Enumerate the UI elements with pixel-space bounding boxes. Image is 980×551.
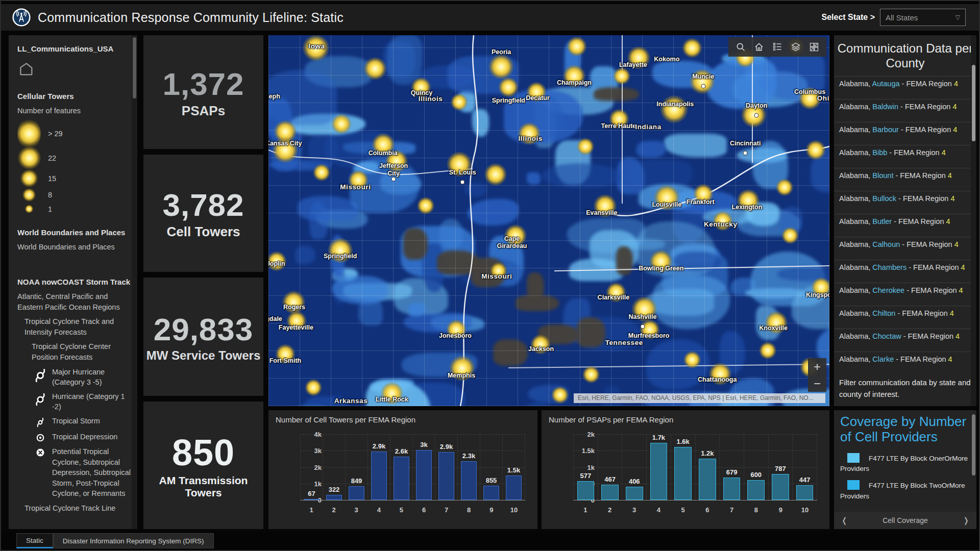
bar[interactable] bbox=[506, 475, 522, 500]
tower-dot-icon bbox=[20, 169, 38, 187]
coverage-scrollbar-thumb[interactable] bbox=[972, 414, 975, 475]
county-row[interactable]: Alabama, Baldwin - FEMA Region 4 bbox=[834, 99, 976, 122]
legend-sidebar[interactable]: LL_Communications_USACellular TowersNumb… bbox=[9, 35, 137, 529]
county-row[interactable]: Alabama, Barbour - FEMA Region 4 bbox=[834, 122, 976, 145]
layers-tool-button[interactable] bbox=[787, 37, 805, 57]
chart-plot[interactable]: 05001k1.5k2k5774674061.7k1.6k1.2k6796007… bbox=[549, 426, 822, 514]
county-row[interactable]: Alabama, Blount - FEMA Region 4 bbox=[834, 168, 976, 191]
fema-region-number: 4 bbox=[959, 286, 963, 294]
county-middle: - FEMA Region bbox=[904, 286, 959, 294]
cell-tower-cluster-dot[interactable] bbox=[776, 179, 793, 196]
state-dropdown[interactable]: All States ▽ bbox=[880, 9, 966, 26]
basemap-tool-button[interactable] bbox=[805, 37, 823, 57]
stat-card-cell-towers: 3,782 Cell Towers bbox=[143, 155, 263, 272]
cell-tower-cluster-dot[interactable] bbox=[660, 95, 688, 123]
county-name: Cherokee bbox=[872, 286, 904, 294]
sidebar-scrollbar-thumb[interactable] bbox=[133, 37, 136, 98]
cell-tower-cluster-dot[interactable] bbox=[577, 138, 594, 155]
cell-tower-cluster-dot[interactable] bbox=[613, 67, 630, 85]
county-scrollbar-thumb[interactable] bbox=[972, 65, 975, 141]
bar[interactable] bbox=[326, 495, 342, 500]
tab-disaster-information-reporting-system-dirs[interactable]: Disaster Information Reporting System (D… bbox=[53, 533, 214, 548]
cell-tower-cluster-dot[interactable] bbox=[484, 163, 507, 186]
fema-region-number: 4 bbox=[948, 355, 952, 363]
legend-tool-button[interactable] bbox=[768, 37, 787, 57]
pager-prev-icon[interactable]: ❬ bbox=[841, 516, 848, 525]
pager-next-icon[interactable]: ❭ bbox=[963, 516, 969, 525]
cell-tower-cluster-dot[interactable] bbox=[682, 38, 702, 58]
bar-column: 679 bbox=[719, 434, 744, 500]
cell-tower-cluster-dot[interactable] bbox=[781, 227, 799, 244]
bar[interactable] bbox=[416, 450, 432, 500]
county-row[interactable]: Alabama, Clarke - FEMA Region 4 bbox=[834, 352, 976, 374]
county-row[interactable]: Alabama, Chilton - FEMA Region 4 bbox=[834, 306, 976, 329]
state-label: Indiana bbox=[635, 123, 661, 131]
bar-column: 1.5k bbox=[502, 434, 525, 500]
cell-tower-cluster-dot[interactable] bbox=[759, 342, 776, 359]
county-row[interactable]: Alabama, Bibb - FEMA Region 4 bbox=[834, 145, 976, 168]
bar[interactable] bbox=[626, 487, 643, 500]
county-row[interactable]: Alabama, Calhoun - FEMA Region 4 bbox=[834, 237, 976, 260]
county-middle: - FEMA Region bbox=[900, 80, 954, 88]
zoom-in-button[interactable]: + bbox=[808, 358, 826, 375]
cell-tower-cluster-dot[interactable] bbox=[805, 140, 825, 160]
home-tool-button[interactable] bbox=[750, 37, 768, 57]
potential-cyclone-icon bbox=[35, 447, 45, 458]
coverage-legend-item: F477 LTE By Block TwoOrMore Providers bbox=[840, 480, 970, 502]
map[interactable]: PeoriaKokomoLafayetteMuncieChampaignQuin… bbox=[268, 35, 829, 406]
bar[interactable] bbox=[796, 485, 814, 500]
cell-tower-cluster-dot[interactable] bbox=[305, 379, 322, 396]
city-label: Springfield bbox=[492, 97, 525, 104]
bar-value-label: 787 bbox=[775, 465, 786, 472]
county-scrollbar-track[interactable] bbox=[971, 35, 976, 406]
legend-symbol-label: Potential Tropical Cyclone, Subtropical … bbox=[52, 446, 134, 499]
x-axis-label: 9 bbox=[480, 506, 503, 514]
bar-column: 2.9k bbox=[435, 434, 457, 500]
cell-tower-cluster-dot[interactable] bbox=[582, 366, 600, 383]
zoom-out-button[interactable]: − bbox=[808, 375, 826, 392]
county-row[interactable]: Alabama, Bullock - FEMA Region 4 bbox=[834, 191, 976, 214]
chart-plot[interactable]: 01k2k3k4k673228492.9k2.6k3k2.9k2.3k8551.… bbox=[276, 426, 530, 514]
bar[interactable] bbox=[772, 474, 789, 500]
cell-tower-cluster-dot[interactable] bbox=[552, 386, 569, 404]
city-label: Lexington bbox=[732, 203, 763, 210]
legend-size-label: > 29 bbox=[48, 130, 63, 138]
bar[interactable] bbox=[304, 499, 320, 500]
bar[interactable] bbox=[723, 478, 741, 500]
county-row[interactable]: Alabama, Cherokee - FEMA Region 4 bbox=[834, 283, 976, 306]
cell-tower-cluster-dot[interactable] bbox=[313, 164, 330, 181]
bar-value-label: 577 bbox=[580, 472, 591, 480]
tropical-depression-icon bbox=[35, 433, 45, 443]
county-row[interactable]: Alabama, Choctaw - FEMA Region 4 bbox=[834, 329, 976, 352]
cell-tower-cluster-dot[interactable] bbox=[364, 57, 386, 80]
bar[interactable] bbox=[438, 452, 454, 500]
bar[interactable] bbox=[483, 486, 499, 500]
bar[interactable] bbox=[747, 480, 765, 500]
bar[interactable] bbox=[650, 443, 668, 500]
cell-tower-cluster-dot[interactable] bbox=[331, 114, 351, 134]
county-row[interactable]: Alabama, Butler - FEMA Region 4 bbox=[834, 214, 976, 237]
stat-value: 1,372 bbox=[162, 66, 244, 102]
bar[interactable] bbox=[461, 461, 477, 500]
cell-tower-cluster-dot[interactable] bbox=[417, 197, 434, 215]
bar[interactable] bbox=[674, 447, 692, 500]
bar[interactable] bbox=[394, 457, 409, 500]
cell-tower-cluster-dot[interactable] bbox=[683, 351, 701, 368]
bar-column: 447 bbox=[792, 434, 817, 500]
bar[interactable] bbox=[601, 485, 619, 500]
cell-tower-cluster-dot[interactable] bbox=[451, 93, 468, 111]
stat-label: MW Service Towers bbox=[146, 348, 261, 363]
cell-tower-cluster-dot[interactable] bbox=[567, 36, 587, 56]
bar[interactable] bbox=[699, 459, 716, 500]
tab-static[interactable]: Static bbox=[16, 533, 53, 548]
county-row[interactable]: Alabama, Chambers - FEMA Region 4 bbox=[834, 260, 976, 283]
bar[interactable] bbox=[349, 486, 364, 500]
county-row[interactable]: Alabama, Autauga - FEMA Region 4 bbox=[834, 76, 976, 99]
polygon-icon bbox=[17, 60, 35, 78]
cell-tower-cluster-dot[interactable] bbox=[499, 77, 519, 97]
bar[interactable] bbox=[371, 452, 387, 500]
city-label: Fayetteville bbox=[279, 324, 313, 331]
search-tool-button[interactable] bbox=[731, 37, 750, 57]
sidebar-scrollbar-track[interactable] bbox=[132, 35, 137, 529]
bar[interactable] bbox=[577, 481, 595, 500]
